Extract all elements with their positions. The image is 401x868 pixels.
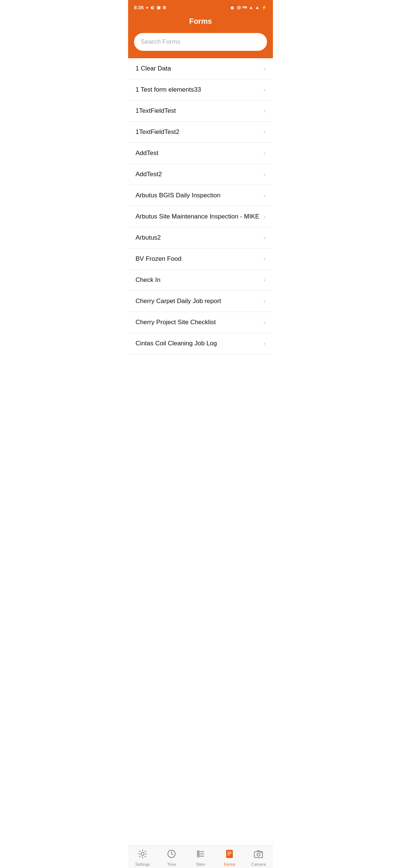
list-item[interactable]: Arbutus2› bbox=[128, 227, 273, 249]
chevron-right-icon: › bbox=[264, 340, 265, 347]
list-item[interactable]: 1TextFieldTest› bbox=[128, 101, 273, 122]
chevron-right-icon: › bbox=[264, 319, 265, 326]
form-label: Check In bbox=[136, 276, 261, 284]
forms-list: 1 Clear Data›1 Test form elements33›1Tex… bbox=[128, 58, 273, 354]
chevron-right-icon: › bbox=[264, 298, 265, 305]
page-title: Forms bbox=[134, 17, 267, 26]
forms-list-container: 1 Clear Data›1 Test form elements33›1Tex… bbox=[128, 58, 273, 399]
list-item[interactable]: Cintas Coil Cleaning Job Log› bbox=[128, 333, 273, 354]
form-label: Cherry Project Site Checklist bbox=[136, 319, 261, 326]
form-label: Arbutus BGIS Daily Inspection bbox=[136, 192, 261, 199]
status-bar: 8:35 ● ◐ ▣ ⊞ ⏰ ◎ ▾▾ ▲ ▲ ⚡ bbox=[128, 0, 273, 13]
chevron-right-icon: › bbox=[264, 65, 265, 72]
wifi-icon: ▾▾ bbox=[242, 5, 247, 10]
list-item[interactable]: Cherry Carpet Daily Job report› bbox=[128, 291, 273, 312]
status-icon-1: ● bbox=[146, 5, 149, 10]
chevron-right-icon: › bbox=[264, 213, 265, 220]
time-display: 8:35 bbox=[134, 5, 144, 10]
list-item[interactable]: AddTest› bbox=[128, 143, 273, 164]
chevron-right-icon: › bbox=[264, 86, 265, 93]
chevron-right-icon: › bbox=[264, 234, 265, 241]
chevron-right-icon: › bbox=[264, 171, 265, 178]
app-header: Forms bbox=[128, 13, 273, 33]
form-label: 1TextFieldTest bbox=[136, 107, 261, 115]
form-label: Arbutus Site Maintenance Inspection - MI… bbox=[136, 213, 261, 220]
list-item[interactable]: Arbutus BGIS Daily Inspection› bbox=[128, 185, 273, 206]
form-label: 1 Clear Data bbox=[136, 65, 261, 72]
chevron-right-icon: › bbox=[264, 192, 265, 199]
status-left: 8:35 ● ◐ ▣ ⊞ bbox=[134, 5, 166, 10]
list-item[interactable]: 1TextFieldTest2› bbox=[128, 122, 273, 143]
search-input[interactable] bbox=[134, 33, 267, 51]
form-label: 1 Test form elements33 bbox=[136, 86, 261, 93]
chevron-right-icon: › bbox=[264, 108, 265, 114]
signal-icon-2: ▲ bbox=[255, 5, 260, 10]
list-item[interactable]: Cherry Project Site Checklist› bbox=[128, 312, 273, 333]
form-label: Cintas Coil Cleaning Job Log bbox=[136, 340, 261, 347]
status-icon-4: ⊞ bbox=[163, 5, 166, 10]
form-label: AddTest bbox=[136, 149, 261, 157]
chevron-right-icon: › bbox=[264, 150, 265, 157]
form-label: AddTest2 bbox=[136, 171, 261, 178]
form-label: 1TextFieldTest2 bbox=[136, 128, 261, 136]
list-item[interactable]: 1 Clear Data› bbox=[128, 58, 273, 79]
form-label: BV Frozen Food bbox=[136, 255, 261, 263]
list-item[interactable]: 1 Test form elements33› bbox=[128, 79, 273, 101]
battery-icon: ⚡ bbox=[261, 5, 267, 10]
alarm-icon: ⏰ bbox=[229, 5, 235, 10]
status-icon-3: ▣ bbox=[157, 5, 160, 10]
status-right: ⏰ ◎ ▾▾ ▲ ▲ ⚡ bbox=[229, 5, 267, 10]
chevron-right-icon: › bbox=[264, 256, 265, 262]
chevron-right-icon: › bbox=[264, 129, 265, 135]
chevron-right-icon: › bbox=[264, 277, 265, 283]
location-icon: ◎ bbox=[237, 5, 241, 10]
signal-icon-1: ▲ bbox=[249, 5, 253, 10]
list-item[interactable]: Arbutus Site Maintenance Inspection - MI… bbox=[128, 206, 273, 227]
search-container bbox=[128, 33, 273, 58]
status-icon-2: ◐ bbox=[151, 5, 154, 10]
form-label: Cherry Carpet Daily Job report bbox=[136, 297, 261, 305]
list-item[interactable]: AddTest2› bbox=[128, 164, 273, 185]
form-label: Arbutus2 bbox=[136, 234, 261, 241]
list-item[interactable]: Check In› bbox=[128, 270, 273, 291]
list-item[interactable]: BV Frozen Food› bbox=[128, 249, 273, 270]
